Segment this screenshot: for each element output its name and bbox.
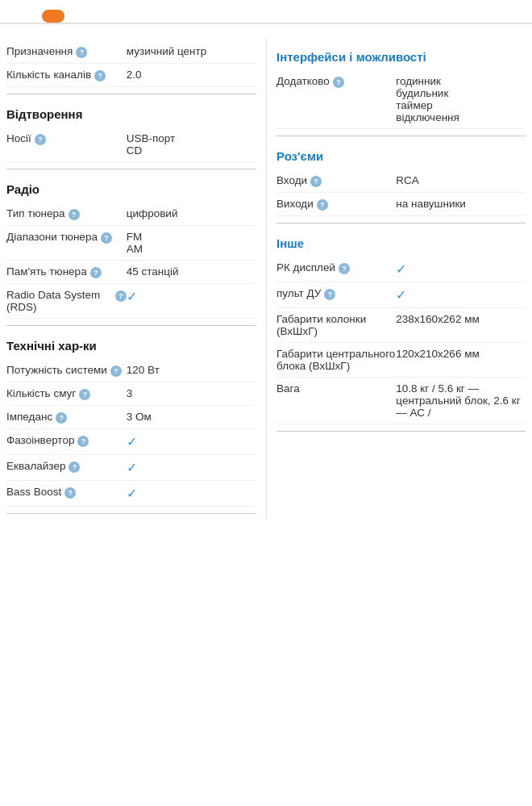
spec-label: Призначення? <box>6 45 127 58</box>
table-row: Вага10.8 кг / 5.6 кг — центральний блок,… <box>276 378 526 424</box>
check-icon: ✓ <box>127 435 137 449</box>
right-column: Інтерфейси і можливостіДодатково?годинни… <box>266 37 526 520</box>
section-title: Інше <box>276 236 526 250</box>
section-divider <box>6 513 256 514</box>
table-row: Призначення?музичний центр <box>6 40 256 64</box>
spec-label: Вага <box>276 382 396 395</box>
spec-label: Входи? <box>276 174 396 187</box>
spec-label: Виходи? <box>276 198 396 211</box>
spec-value: 120x210x266 мм <box>396 348 526 360</box>
section-title: Технічні хар-ки <box>6 339 256 353</box>
help-icon[interactable]: ? <box>94 70 106 81</box>
table-row: Потужність системи?120 Вт <box>6 359 256 382</box>
spec-value: 10.8 кг / 5.6 кг — центральний блок, 2.6… <box>396 382 526 419</box>
tab-basic[interactable] <box>13 10 35 23</box>
check-icon: ✓ <box>127 461 137 474</box>
spec-value: музичний центр <box>127 45 256 57</box>
spec-value: 2.0 <box>127 69 256 81</box>
spec-value: на навушники <box>396 198 526 210</box>
spec-value: ✓ <box>127 486 256 501</box>
help-icon[interactable]: ? <box>76 47 87 58</box>
table-row: Носії?USB-порт CD <box>6 127 256 162</box>
spec-value: цифровий <box>127 207 256 219</box>
table-row: пульт ДУ?✓ <box>276 282 526 308</box>
table-row: Кількість смуг?3 <box>6 382 256 406</box>
label-text: РК дисплей <box>276 261 335 274</box>
help-icon[interactable]: ? <box>317 199 328 211</box>
label-text: пульт ДУ <box>276 287 321 299</box>
spec-label: Потужність системи? <box>6 364 127 377</box>
help-icon[interactable]: ? <box>90 267 102 278</box>
label-text: Габарити центрального блока (ВхШхГ) <box>276 348 396 372</box>
check-icon: ✓ <box>396 262 406 276</box>
help-icon[interactable]: ? <box>69 209 80 220</box>
label-text: Bass Boost <box>6 486 61 498</box>
spec-label: Діапазони тюнера? <box>6 231 127 244</box>
spec-label: Тип тюнера? <box>6 207 127 220</box>
help-icon[interactable]: ? <box>79 389 90 400</box>
label-text: Носії <box>6 132 31 144</box>
help-icon[interactable]: ? <box>110 365 122 377</box>
table-row: Габарити колонки (ВхШхГ)238x160x262 мм <box>276 308 526 343</box>
label-text: Імпеданс <box>6 411 52 423</box>
help-icon[interactable]: ? <box>56 412 67 424</box>
section-title: Інтерфейси і можливості <box>276 50 526 64</box>
label-text: Еквалайзер <box>6 460 65 472</box>
spec-label: Пам'ять тюнера? <box>6 265 127 278</box>
table-row: Входи?RCA <box>276 169 526 193</box>
label-text: Потужність системи <box>6 364 107 376</box>
label-text: Виходи <box>276 198 314 210</box>
spec-value: ✓ <box>396 261 526 277</box>
check-icon: ✓ <box>127 487 137 500</box>
table-row: Пам'ять тюнера?45 станцій <box>6 261 256 284</box>
label-text: Додатково <box>276 75 330 87</box>
help-icon[interactable]: ? <box>324 289 335 300</box>
table-row: Еквалайзер?✓ <box>6 455 256 481</box>
table-row: Додатково?годинник будильник таймер відк… <box>276 70 526 129</box>
help-icon[interactable]: ? <box>101 232 112 244</box>
table-row: Габарити центрального блока (ВхШхГ)120x2… <box>276 343 526 378</box>
section-divider <box>6 94 256 94</box>
table-row: РК дисплей?✓ <box>276 257 526 282</box>
check-icon: ✓ <box>396 288 406 302</box>
spec-label: Еквалайзер? <box>6 460 127 473</box>
label-text: Габарити колонки (ВхШхГ) <box>276 313 396 337</box>
help-icon[interactable]: ? <box>310 176 322 187</box>
section-divider <box>276 136 526 136</box>
check-icon: ✓ <box>127 290 137 303</box>
spec-label: пульт ДУ? <box>276 287 396 300</box>
spec-value: RCA <box>396 174 526 186</box>
tab-detail[interactable] <box>42 10 64 23</box>
spec-label: Габарити центрального блока (ВхШхГ) <box>276 348 396 372</box>
table-row: Виходи?на навушники <box>276 193 526 216</box>
label-text: Фазоінвертор <box>6 434 74 446</box>
spec-label: Кількість смуг? <box>6 387 127 400</box>
help-icon[interactable]: ? <box>339 263 350 274</box>
section-title: Відтворення <box>6 107 256 121</box>
table-row: Фазоінвертор?✓ <box>6 429 256 455</box>
label-text: Radio Data System (RDS) <box>6 289 112 313</box>
spec-value: 238x160x262 мм <box>396 313 526 325</box>
help-icon[interactable]: ? <box>77 436 89 447</box>
spec-value: ✓ <box>127 289 256 304</box>
help-icon[interactable]: ? <box>333 77 344 88</box>
spec-label: Кількість каналів? <box>6 69 127 81</box>
help-icon[interactable]: ? <box>115 290 127 302</box>
label-text: Вага <box>276 382 300 395</box>
spec-label: Фазоінвертор? <box>6 434 127 447</box>
spec-value: 3 Ом <box>127 411 256 423</box>
spec-value: 45 станцій <box>127 265 256 278</box>
spec-label: Носії? <box>6 132 127 145</box>
spec-value: годинник будильник таймер відключення <box>396 75 526 123</box>
spec-label: Габарити колонки (ВхШхГ) <box>276 313 396 337</box>
section-divider <box>6 325 256 326</box>
section-divider <box>276 223 526 223</box>
spec-label: Додатково? <box>276 75 396 88</box>
section-divider <box>276 431 526 432</box>
help-icon[interactable]: ? <box>35 134 46 145</box>
help-icon[interactable]: ? <box>69 461 80 473</box>
help-icon[interactable]: ? <box>64 487 76 499</box>
label-text: Входи <box>276 174 307 186</box>
spec-value: 3 <box>127 387 256 399</box>
spec-label: РК дисплей? <box>276 261 396 274</box>
